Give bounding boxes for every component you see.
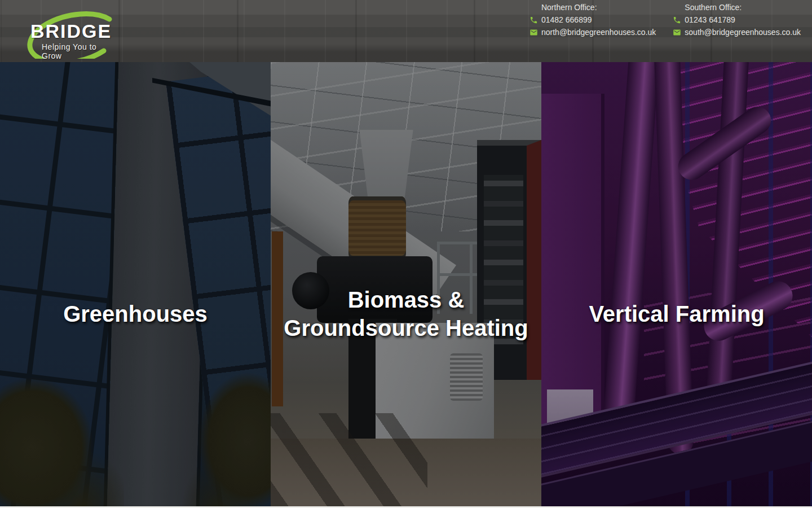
phone-icon [673,16,681,24]
hero-panels: Greenhouses Biomas [0,62,812,506]
brand-logo[interactable]: BRIDGE Helping You to Grow [10,2,114,59]
panel-title: Greenhouses [63,300,208,328]
brand-name: BRIDGE [30,20,112,42]
southern-office-phone-link[interactable]: 01243 641789 [673,14,801,26]
dark-overlay [0,62,271,506]
envelope-icon [673,28,681,37]
dark-overlay [541,62,812,506]
landing-page: BRIDGE Helping You to Grow Northern Offi… [0,0,812,508]
office-label: Northern Office: [529,1,656,14]
panel-vertical-farming[interactable]: Vertical Farming [541,62,812,506]
northern-office-email-link[interactable]: north@bridgegreenhouses.co.uk [529,26,656,38]
contact-info: Northern Office: 01482 666899 north@brid… [529,1,801,38]
panel-biomass-groundsource-heating[interactable]: Biomass & Groundsource Heating [271,62,541,506]
phone-icon [529,16,538,24]
brand-tagline: Helping You to Grow [42,42,114,60]
office-label: Southern Office: [673,1,801,14]
northern-office-block: Northern Office: 01482 666899 north@brid… [529,1,656,38]
office-email-text: south@bridgegreenhouses.co.uk [685,26,801,38]
northern-office-phone-link[interactable]: 01482 666899 [529,14,656,26]
southern-office-email-link[interactable]: south@bridgegreenhouses.co.uk [673,26,801,38]
office-phone-text: 01243 641789 [685,14,735,26]
envelope-icon [529,28,538,37]
southern-office-block: Southern Office: 01243 641789 south@brid… [673,1,801,38]
dark-overlay [271,62,541,506]
panel-greenhouses[interactable]: Greenhouses [0,62,271,506]
office-phone-text: 01482 666899 [541,14,592,26]
panel-title: Vertical Farming [589,300,764,328]
panel-title: Biomass & Groundsource Heating [273,286,539,342]
site-header: BRIDGE Helping You to Grow Northern Offi… [0,0,812,62]
office-email-text: north@bridgegreenhouses.co.uk [541,26,656,38]
